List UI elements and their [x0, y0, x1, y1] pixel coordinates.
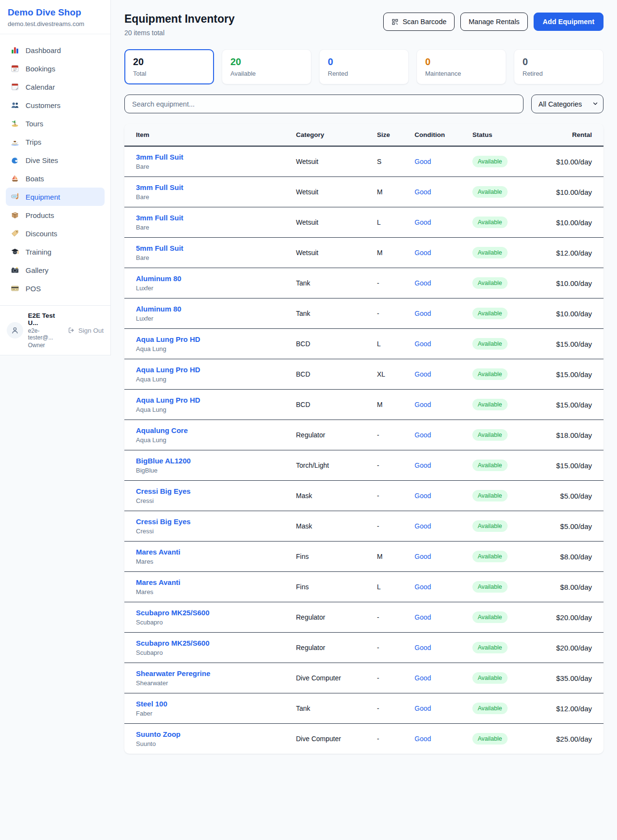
- item-condition-link[interactable]: Good: [415, 158, 431, 165]
- item-name-link[interactable]: Aqua Lung Pro HD: [136, 335, 200, 343]
- item-category: BCD: [289, 329, 370, 359]
- item-name-link[interactable]: 3mm Full Suit: [136, 183, 183, 191]
- item-name-link[interactable]: Mares Avanti: [136, 578, 180, 586]
- table-row: 3mm Full Suit Bare Wetsuit L Good Availa…: [124, 207, 604, 238]
- stat-value: 20: [230, 56, 303, 68]
- stat-card[interactable]: 0 Rented: [319, 49, 409, 84]
- table-row: Aqua Lung Pro HD Aqua Lung BCD L Good Av…: [124, 329, 604, 359]
- stat-card[interactable]: 20 Available: [222, 49, 311, 84]
- item-condition-link[interactable]: Good: [415, 583, 431, 591]
- sidebar-item[interactable]: Dashboard: [6, 41, 105, 59]
- sidebar-item[interactable]: 17 Bookings: [6, 59, 105, 78]
- sidebar-item-label: Discounts: [26, 230, 57, 238]
- status-badge: Available: [472, 217, 508, 228]
- sidebar-item[interactable]: Trips: [6, 133, 105, 151]
- shop-name[interactable]: Demo Dive Shop: [8, 7, 103, 18]
- search-input[interactable]: [124, 95, 523, 113]
- stat-card[interactable]: 0 Maintenance: [416, 49, 506, 84]
- sidebar-item[interactable]: Calendar: [6, 78, 105, 96]
- item-rental-rate: $15.00/day: [547, 450, 604, 481]
- stat-card[interactable]: 20 Total: [124, 49, 214, 84]
- column-header-rental[interactable]: Rental: [547, 124, 604, 146]
- column-header-condition[interactable]: Condition: [408, 124, 466, 146]
- svg-text:17: 17: [13, 68, 17, 71]
- sidebar-item[interactable]: Tours: [6, 114, 105, 133]
- item-category: Fins: [289, 542, 370, 572]
- category-select[interactable]: All Categories: [531, 95, 604, 113]
- sign-out-button[interactable]: Sign Out: [67, 326, 104, 334]
- item-name-link[interactable]: Scubapro MK25/S600: [136, 609, 210, 617]
- item-size: -: [370, 511, 408, 542]
- item-condition-link[interactable]: Good: [415, 431, 431, 439]
- column-header-item[interactable]: Item: [124, 124, 289, 146]
- item-brand: Cressi: [136, 497, 282, 504]
- sidebar-item[interactable]: Training: [6, 243, 105, 261]
- item-rental-rate: $35.00/day: [547, 663, 604, 693]
- item-condition-link[interactable]: Good: [415, 340, 431, 348]
- add-equipment-button[interactable]: Add Equipment: [534, 13, 604, 31]
- item-condition-link[interactable]: Good: [415, 461, 431, 469]
- column-header-size[interactable]: Size: [370, 124, 408, 146]
- item-condition-link[interactable]: Good: [415, 218, 431, 226]
- item-name-link[interactable]: Aqua Lung Pro HD: [136, 366, 200, 374]
- column-header-status[interactable]: Status: [466, 124, 547, 146]
- sidebar-item[interactable]: Boats: [6, 169, 105, 188]
- header-actions: Scan Barcode Manage Rentals Add Equipmen…: [383, 13, 604, 31]
- item-condition-link[interactable]: Good: [415, 674, 431, 682]
- stat-card[interactable]: 0 Retired: [514, 49, 604, 84]
- sidebar-item-label: Dashboard: [26, 46, 61, 54]
- item-name-link[interactable]: 3mm Full Suit: [136, 153, 183, 161]
- item-brand: Luxfer: [136, 285, 282, 292]
- graduation-cap-icon: [11, 247, 19, 256]
- manage-rentals-button[interactable]: Manage Rentals: [460, 13, 528, 31]
- sidebar-item[interactable]: Equipment: [6, 188, 105, 206]
- scan-barcode-button[interactable]: Scan Barcode: [383, 13, 455, 31]
- item-name-link[interactable]: Shearwater Peregrine: [136, 669, 210, 677]
- item-condition-link[interactable]: Good: [415, 705, 431, 712]
- item-condition-link[interactable]: Good: [415, 370, 431, 378]
- table-row: Scubapro MK25/S600 Scubapro Regulator - …: [124, 602, 604, 633]
- item-name-link[interactable]: Suunto Zoop: [136, 730, 180, 738]
- sidebar-item[interactable]: Gallery: [6, 261, 105, 279]
- item-name-link[interactable]: 5mm Full Suit: [136, 244, 183, 252]
- stat-label: Available: [230, 70, 303, 77]
- sidebar-item[interactable]: Dive Sites: [6, 151, 105, 169]
- sidebar-item[interactable]: Customers: [6, 96, 105, 114]
- item-category: Wetsuit: [289, 177, 370, 207]
- item-rental-rate: $15.00/day: [547, 329, 604, 359]
- item-name-link[interactable]: Scubapro MK25/S600: [136, 639, 210, 647]
- item-category: Mask: [289, 481, 370, 511]
- item-condition-link[interactable]: Good: [415, 644, 431, 651]
- item-condition-link[interactable]: Good: [415, 249, 431, 257]
- column-header-category[interactable]: Category: [289, 124, 370, 146]
- item-condition-link[interactable]: Good: [415, 522, 431, 530]
- item-name-link[interactable]: Aluminum 80: [136, 274, 181, 283]
- item-name-link[interactable]: Aqualung Core: [136, 426, 188, 434]
- item-name-link[interactable]: Cressi Big Eyes: [136, 487, 190, 495]
- item-name-link[interactable]: BigBlue AL1200: [136, 457, 191, 465]
- item-rental-rate: $15.00/day: [547, 390, 604, 420]
- item-condition-link[interactable]: Good: [415, 401, 431, 408]
- sidebar-item[interactable]: Products: [6, 206, 105, 224]
- sidebar-item[interactable]: POS: [6, 279, 105, 298]
- item-size: M: [370, 390, 408, 420]
- item-name-link[interactable]: 3mm Full Suit: [136, 214, 183, 222]
- sidebar-item[interactable]: Discounts: [6, 224, 105, 243]
- item-name-link[interactable]: Steel 100: [136, 700, 167, 708]
- item-condition-link[interactable]: Good: [415, 553, 431, 560]
- table-row: Steel 100 Faber Tank - Good Available: [124, 693, 604, 724]
- item-condition-link[interactable]: Good: [415, 310, 431, 317]
- item-condition-link[interactable]: Good: [415, 613, 431, 621]
- item-rental-rate: $12.00/day: [547, 238, 604, 268]
- item-condition-link[interactable]: Good: [415, 735, 431, 743]
- item-name-link[interactable]: Aqua Lung Pro HD: [136, 396, 200, 404]
- item-name-link[interactable]: Cressi Big Eyes: [136, 517, 190, 526]
- table-row: 3mm Full Suit Bare Wetsuit S Good Availa…: [124, 146, 604, 177]
- item-name-link[interactable]: Aluminum 80: [136, 305, 181, 313]
- item-condition-link[interactable]: Good: [415, 492, 431, 500]
- item-condition-link[interactable]: Good: [415, 279, 431, 287]
- item-category: Fins: [289, 572, 370, 602]
- item-rental-rate: $8.00/day: [547, 542, 604, 572]
- item-condition-link[interactable]: Good: [415, 188, 431, 196]
- item-name-link[interactable]: Mares Avanti: [136, 548, 180, 556]
